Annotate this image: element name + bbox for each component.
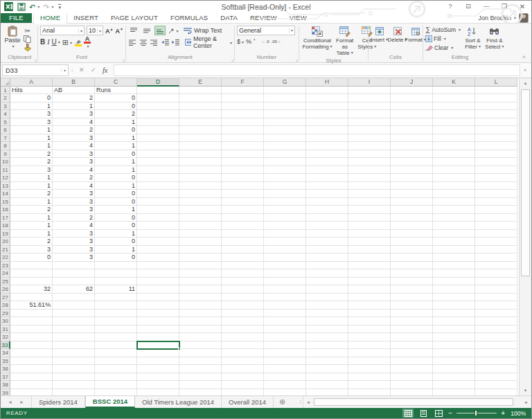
cell-K39[interactable]: [433, 389, 475, 395]
cell-B36[interactable]: [53, 365, 95, 373]
cell-B29[interactable]: [53, 310, 95, 318]
cell-D31[interactable]: [137, 326, 179, 334]
row-header-37[interactable]: 37: [1, 373, 10, 382]
cell-L32[interactable]: [475, 333, 517, 341]
cell-J11[interactable]: [391, 166, 433, 175]
cell-A19[interactable]: 1: [10, 230, 53, 238]
cell-I37[interactable]: [348, 373, 391, 382]
cell-I15[interactable]: [348, 198, 391, 206]
cell-I7[interactable]: [348, 134, 391, 143]
tab-split-handle[interactable]: ⁞: [298, 396, 303, 408]
cell-F32[interactable]: [222, 333, 264, 341]
row-header-8[interactable]: 8: [1, 142, 10, 150]
cell-H38[interactable]: [306, 381, 348, 389]
sheet-tab-spiders-2014[interactable]: Spiders 2014: [31, 396, 85, 408]
cell-I25[interactable]: [348, 278, 391, 286]
page-break-view-icon[interactable]: [433, 409, 444, 418]
undo-icon[interactable]: ↶: [29, 3, 35, 10]
cell-L38[interactable]: [475, 381, 517, 389]
cell-A15[interactable]: 1: [10, 198, 53, 206]
horizontal-scrollbar-thumb[interactable]: [314, 398, 513, 406]
row-header-29[interactable]: 29: [1, 310, 10, 318]
scroll-right-icon[interactable]: ►: [522, 400, 531, 404]
cell-J2[interactable]: [391, 94, 433, 102]
cell-H21[interactable]: [306, 246, 348, 254]
cell-K37[interactable]: [433, 373, 475, 382]
cell-B33[interactable]: [53, 341, 95, 350]
italic-button[interactable]: [47, 38, 49, 46]
cell-F14[interactable]: [222, 190, 264, 198]
cell-D2[interactable]: [137, 94, 179, 102]
cell-H37[interactable]: [306, 373, 348, 382]
column-header-J[interactable]: J: [391, 78, 433, 87]
cell-C29[interactable]: [95, 310, 137, 318]
cell-E23[interactable]: [179, 262, 222, 270]
cell-A6[interactable]: 1: [10, 126, 53, 134]
cell-G12[interactable]: [264, 174, 306, 182]
cell-I19[interactable]: [348, 230, 391, 238]
cell-G32[interactable]: [264, 333, 306, 341]
align-left-icon[interactable]: [128, 37, 137, 47]
cell-F18[interactable]: [222, 222, 264, 230]
cell-B14[interactable]: 3: [53, 190, 95, 198]
decrease-font-size-icon[interactable]: A▼: [116, 27, 123, 35]
cell-D20[interactable]: [137, 238, 179, 246]
cell-K24[interactable]: [433, 269, 475, 278]
cell-H2[interactable]: [306, 94, 348, 102]
cell-E28[interactable]: [179, 301, 222, 310]
cell-D11[interactable]: [137, 166, 179, 175]
cell-G16[interactable]: [264, 206, 306, 214]
cell-L33[interactable]: [475, 341, 517, 350]
minimize-icon[interactable]: —: [477, 1, 495, 12]
cell-C23[interactable]: [95, 262, 137, 270]
cell-K14[interactable]: [433, 190, 475, 198]
fill-button[interactable]: Fill: [425, 35, 461, 43]
cell-J22[interactable]: [391, 253, 433, 262]
cell-A5[interactable]: 3: [10, 118, 53, 127]
cell-A31[interactable]: [10, 326, 53, 334]
cell-G35[interactable]: [264, 357, 306, 366]
column-header-K[interactable]: K: [433, 78, 475, 87]
cell-B15[interactable]: 3: [53, 198, 95, 206]
cell-J23[interactable]: [391, 262, 433, 270]
sheet-tab-old-timers-league-2014[interactable]: Old Timers League 2014: [135, 396, 222, 408]
cell-E29[interactable]: [179, 310, 222, 318]
cell-C10[interactable]: 1: [95, 158, 137, 166]
clipboard-dialog-launcher-icon[interactable]: ⌟: [35, 55, 37, 64]
cell-K9[interactable]: [433, 150, 475, 159]
cell-D39[interactable]: [137, 389, 179, 395]
cell-F28[interactable]: [222, 301, 264, 310]
cell-F30[interactable]: [222, 317, 264, 326]
find-select-button[interactable]: Find & Select: [485, 26, 504, 53]
cell-K29[interactable]: [433, 310, 475, 318]
cell-I11[interactable]: [348, 166, 391, 175]
cell-K33[interactable]: [433, 341, 475, 350]
cell-D22[interactable]: [137, 253, 179, 262]
cell-K26[interactable]: [433, 285, 475, 294]
cell-K18[interactable]: [433, 222, 475, 230]
cell-G22[interactable]: [264, 253, 306, 262]
cell-C22[interactable]: 0: [95, 253, 137, 262]
cell-L23[interactable]: [475, 262, 517, 270]
cell-D26[interactable]: [137, 285, 179, 294]
format-painter-icon[interactable]: [24, 44, 31, 51]
cell-C5[interactable]: 1: [95, 118, 137, 127]
cell-A29[interactable]: [10, 310, 53, 318]
cell-E32[interactable]: [179, 333, 222, 341]
cell-H8[interactable]: [306, 142, 348, 150]
cell-G20[interactable]: [264, 238, 306, 246]
cell-B11[interactable]: 4: [53, 166, 95, 175]
clear-button[interactable]: Clear: [425, 44, 461, 52]
cell-A9[interactable]: 2: [10, 150, 53, 159]
cell-C35[interactable]: [95, 357, 137, 366]
cell-I35[interactable]: [348, 357, 391, 366]
row-header-36[interactable]: 36: [1, 365, 10, 373]
cell-K13[interactable]: [433, 182, 475, 190]
cell-L7[interactable]: [475, 134, 517, 143]
cell-H31[interactable]: [306, 326, 348, 334]
name-box-dropdown-icon[interactable]: ▾: [61, 68, 68, 73]
cell-A26[interactable]: 32: [10, 285, 53, 294]
column-header-D[interactable]: D: [137, 78, 179, 87]
cell-G17[interactable]: [264, 214, 306, 222]
cell-L17[interactable]: [475, 214, 517, 222]
